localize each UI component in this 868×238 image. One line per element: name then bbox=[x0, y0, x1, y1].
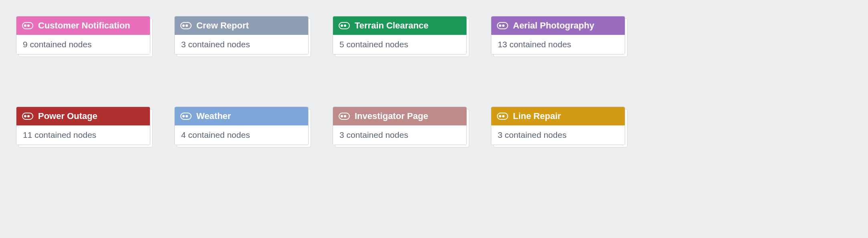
card[interactable]: Weather 4 contained nodes bbox=[174, 107, 309, 145]
card-title: Line Repair bbox=[513, 111, 561, 121]
toggle-icon bbox=[180, 22, 192, 29]
card-header: Terrain Clearance bbox=[333, 16, 466, 35]
card-body: 5 contained nodes bbox=[333, 35, 466, 54]
card-title: Terrain Clearance bbox=[355, 20, 428, 31]
card-header: Investigator Page bbox=[333, 107, 466, 125]
card-header: Line Repair bbox=[491, 107, 625, 125]
card-title: Weather bbox=[196, 111, 231, 121]
toggle-icon bbox=[339, 113, 350, 120]
card[interactable]: Investigator Page 3 contained nodes bbox=[333, 107, 467, 145]
card-header: Customer Notification bbox=[16, 16, 150, 35]
card[interactable]: Crew Report 3 contained nodes bbox=[174, 16, 309, 54]
card-header: Power Outage bbox=[16, 107, 150, 125]
toggle-icon bbox=[22, 22, 33, 29]
card-body: 9 contained nodes bbox=[16, 35, 150, 54]
toggle-icon bbox=[497, 22, 508, 29]
card-title: Investigator Page bbox=[355, 111, 428, 121]
card-body: 11 contained nodes bbox=[16, 125, 150, 145]
card[interactable]: Terrain Clearance 5 contained nodes bbox=[333, 16, 467, 54]
card-body: 4 contained nodes bbox=[175, 125, 308, 145]
card-body: 3 contained nodes bbox=[175, 35, 308, 54]
card-header: Crew Report bbox=[175, 16, 308, 35]
card-header: Aerial Photography bbox=[491, 16, 625, 35]
card-body: 13 contained nodes bbox=[491, 35, 625, 54]
toggle-icon bbox=[180, 113, 192, 120]
cards-grid: Customer Notification 9 contained nodes … bbox=[16, 16, 625, 145]
toggle-icon bbox=[497, 113, 508, 120]
card[interactable]: Customer Notification 9 contained nodes bbox=[16, 16, 150, 54]
card-body: 3 contained nodes bbox=[333, 125, 466, 145]
card[interactable]: Aerial Photography 13 contained nodes bbox=[491, 16, 625, 54]
card-title: Customer Notification bbox=[38, 20, 130, 31]
toggle-icon bbox=[339, 22, 350, 29]
card-title: Crew Report bbox=[196, 20, 249, 31]
card[interactable]: Power Outage 11 contained nodes bbox=[16, 107, 150, 145]
card-title: Power Outage bbox=[38, 111, 97, 121]
toggle-icon bbox=[22, 113, 33, 120]
card-body: 3 contained nodes bbox=[491, 125, 625, 145]
card-title: Aerial Photography bbox=[513, 20, 594, 31]
card-header: Weather bbox=[175, 107, 308, 125]
card[interactable]: Line Repair 3 contained nodes bbox=[491, 107, 625, 145]
